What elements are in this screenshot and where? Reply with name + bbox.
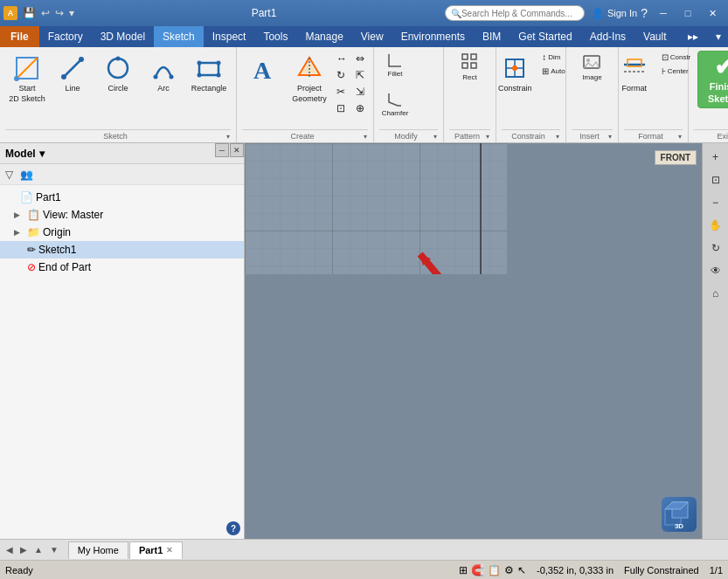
menu-more[interactable]: ▸▸ <box>679 26 707 47</box>
format-button[interactable]: Format <box>613 51 656 94</box>
dimension-btn[interactable]: ↕ Dim <box>538 51 568 64</box>
chamfer-btn[interactable]: Chamfer <box>379 90 411 119</box>
menu-factory[interactable]: Factory <box>39 26 92 47</box>
right-toolbar: + ⊡ − ✋ ↻ 👁 ⌂ <box>702 143 728 539</box>
constrain-icon <box>501 54 529 82</box>
mirror-btn[interactable]: ⇔ <box>352 51 368 66</box>
filter-icon[interactable]: ▽ <box>3 167 15 183</box>
constrain-group-expand[interactable]: ▾ <box>555 133 560 141</box>
menu-environments[interactable]: Environments <box>392 26 474 47</box>
panel-float-button[interactable]: ─ <box>215 143 229 157</box>
finish-sketch-button[interactable]: ✔ Finish Sketch <box>697 51 728 108</box>
menu-bim[interactable]: BIM <box>474 26 510 47</box>
format-group-expand[interactable]: ▾ <box>677 133 683 141</box>
zoom-in-button[interactable]: + <box>705 147 726 168</box>
maximize-button[interactable]: □ <box>676 4 700 22</box>
more-create-btn[interactable]: ⊕ <box>352 100 368 116</box>
redo-icon[interactable]: ↪ <box>53 6 66 20</box>
insert-group-expand[interactable]: ▾ <box>607 133 613 141</box>
tab-scroll-up[interactable]: ▲ <box>31 544 45 555</box>
cursor-icon[interactable]: ↖ <box>517 564 526 576</box>
svg-point-8 <box>154 75 158 79</box>
nav-cube[interactable]: 3D <box>662 497 697 532</box>
snap-icon[interactable]: 🧲 <box>471 564 484 576</box>
modify-group-expand[interactable]: ▾ <box>433 133 438 141</box>
project-geometry-button[interactable]: Project Geometry <box>288 51 331 105</box>
svg-point-26 <box>512 65 517 71</box>
search-input[interactable] <box>461 9 575 18</box>
offset-btn[interactable]: ⊡ <box>333 100 350 116</box>
panel-close-button[interactable]: ✕ <box>230 143 244 157</box>
search-bar[interactable]: 🔍 <box>445 5 585 21</box>
expand-icon: ▶ <box>14 210 24 219</box>
start-2d-sketch-button[interactable]: Start 2D Sketch <box>5 51 49 105</box>
close-button[interactable]: ✕ <box>700 4 725 22</box>
tree-item-view-master[interactable]: ▶ 📋 View: Master <box>0 206 244 224</box>
main-canvas[interactable]: X Y X Y <box>245 143 728 539</box>
menu-get-started[interactable]: Get Started <box>510 26 580 47</box>
tab-scroll-down[interactable]: ▼ <box>47 544 61 555</box>
trim-btn[interactable]: ✂ <box>333 84 350 100</box>
help-button[interactable]: ? <box>226 521 240 535</box>
menu-file[interactable]: File <box>0 26 39 47</box>
menu-right-controls[interactable]: ▾ <box>707 26 728 47</box>
stretch-btn[interactable]: ⇲ <box>352 84 368 100</box>
tab-part1-close[interactable]: ✕ <box>166 546 173 555</box>
menu-vault[interactable]: Vault <box>634 26 675 47</box>
more-create-icon: ⊕ <box>356 102 364 114</box>
more-icon[interactable]: ▾ <box>67 6 76 20</box>
zoom-out-button[interactable]: − <box>705 192 726 213</box>
title-bar: A 💾 ↩ ↪ ▾ Part1 🔍 👤 Sign In ? ─ □ ✕ <box>0 0 728 26</box>
save-icon[interactable]: 💾 <box>21 6 38 20</box>
orbit-button[interactable]: ↻ <box>705 238 726 258</box>
tab-scroll-right[interactable]: ▶ <box>17 544 30 555</box>
insert-image-btn[interactable]: Image <box>579 51 605 83</box>
tab-my-home[interactable]: My Home <box>68 541 128 559</box>
grid-toggle-icon[interactable]: ⊞ <box>459 564 468 576</box>
line-button[interactable]: Line <box>51 51 94 94</box>
create-group-expand[interactable]: ▾ <box>363 133 368 141</box>
pan-button[interactable]: ✋ <box>705 215 726 236</box>
minimize-button[interactable]: ─ <box>651 4 676 22</box>
menu-tools[interactable]: Tools <box>254 26 296 47</box>
menu-inspect[interactable]: Inspect <box>204 26 255 47</box>
tree-item-sketch1[interactable]: ✏ Sketch1 <box>0 241 244 258</box>
help-icon[interactable]: ? <box>641 6 648 20</box>
home-view-button[interactable]: ⌂ <box>705 283 726 304</box>
svg-point-9 <box>170 75 174 79</box>
text-button[interactable]: A <box>242 51 286 86</box>
rotate-btn[interactable]: ↻ <box>333 67 350 83</box>
settings-icon[interactable]: ⚙ <box>504 564 514 576</box>
tree-item-end-of-part[interactable]: ⊘ End of Part <box>0 258 244 276</box>
constrain-button[interactable]: Constrain <box>493 51 537 94</box>
scale-btn[interactable]: ⇱ <box>352 67 368 83</box>
user-area[interactable]: 👤 Sign In <box>592 8 637 19</box>
menu-view[interactable]: View <box>352 26 392 47</box>
auto-dim-btn[interactable]: ⊞ Auto <box>538 65 568 78</box>
tab-part1[interactable]: Part1 ✕ <box>129 541 184 559</box>
arc-button[interactable]: Arc <box>142 51 185 94</box>
rect-pattern-btn[interactable]: Rect <box>459 51 482 83</box>
move-btn[interactable]: ↔ <box>333 51 350 66</box>
fillet-btn[interactable]: Fillet <box>379 51 411 79</box>
svg-rect-34 <box>245 143 507 274</box>
menu-manage[interactable]: Manage <box>296 26 351 47</box>
menu-3d-model[interactable]: 3D Model <box>92 26 154 47</box>
circle-button[interactable]: Circle <box>96 51 140 94</box>
tab-scroll-left[interactable]: ◀ <box>3 544 16 555</box>
sign-in-label[interactable]: Sign In <box>607 8 637 18</box>
center-line-icon: ⊦ <box>662 66 666 76</box>
menu-add-ins[interactable]: Add-Ins <box>581 26 634 47</box>
layer-icon[interactable]: 📋 <box>488 564 501 576</box>
sketch-group-expand[interactable]: ▾ <box>225 133 231 141</box>
rectangle-button[interactable]: Rectangle <box>187 51 231 94</box>
look-at-button[interactable]: 👁 <box>705 260 726 281</box>
tree-item-part1[interactable]: 📄 Part1 <box>0 189 244 206</box>
undo-icon[interactable]: ↩ <box>39 6 52 20</box>
tree-item-origin[interactable]: ▶ 📁 Origin <box>0 224 244 241</box>
zoom-fit-button[interactable]: ⊡ <box>705 169 726 190</box>
model-panel-dropdown-icon[interactable]: ▾ <box>39 148 45 160</box>
group-icon[interactable]: 👥 <box>18 167 35 183</box>
pattern-group-expand[interactable]: ▾ <box>485 133 490 141</box>
menu-sketch[interactable]: Sketch <box>154 26 204 47</box>
